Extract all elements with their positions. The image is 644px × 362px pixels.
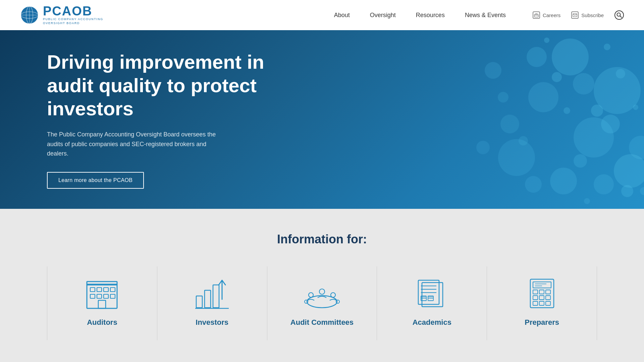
logo-subtitle: PUBLIC COMPANY ACCOUNTINGOVERSIGHT BOARD xyxy=(43,17,103,25)
logo-acronym: PCAOB xyxy=(43,5,103,17)
preparers-label: Preparers xyxy=(525,318,559,327)
subscribe-link[interactable]: Subscribe xyxy=(571,11,604,19)
svg-point-34 xyxy=(544,38,549,43)
briefcase-icon xyxy=(533,11,540,19)
hero-content: Driving improvement in audit quality to … xyxy=(47,50,288,189)
info-section-title: Information for: xyxy=(47,232,597,246)
svg-rect-50 xyxy=(98,300,106,308)
svg-rect-51 xyxy=(196,296,202,308)
info-card-academics[interactable]: Academics xyxy=(377,266,487,340)
svg-point-23 xyxy=(485,62,501,79)
careers-link[interactable]: Careers xyxy=(533,11,560,19)
svg-point-14 xyxy=(614,154,644,188)
nav-item-oversight[interactable]: Oversight xyxy=(370,12,396,19)
svg-rect-75 xyxy=(533,290,538,294)
svg-rect-76 xyxy=(539,290,544,294)
svg-point-29 xyxy=(621,185,633,197)
preparers-icon xyxy=(522,277,562,310)
svg-point-59 xyxy=(331,293,335,297)
svg-rect-53 xyxy=(213,285,219,308)
investors-icon xyxy=(192,277,232,310)
logo-container[interactable]: PCAOB PUBLIC COMPANY ACCOUNTINGOVERSIGHT… xyxy=(20,5,103,25)
nav-item-news-events[interactable]: News & Events xyxy=(465,12,506,19)
svg-point-58 xyxy=(309,293,313,297)
academics-label: Academics xyxy=(413,318,451,327)
svg-rect-48 xyxy=(104,294,108,298)
svg-point-26 xyxy=(552,72,562,82)
info-section: Information for: xyxy=(0,209,644,362)
svg-point-25 xyxy=(525,176,542,193)
svg-point-15 xyxy=(528,82,558,112)
svg-point-19 xyxy=(573,73,594,95)
audit-committees-label: Audit Committees xyxy=(290,318,354,327)
svg-point-11 xyxy=(552,39,589,75)
audit-committees-icon xyxy=(302,277,342,310)
svg-rect-77 xyxy=(546,290,550,294)
svg-point-30 xyxy=(574,154,587,168)
academics-icon xyxy=(412,277,452,310)
logo-text: PCAOB PUBLIC COMPANY ACCOUNTINGOVERSIGHT… xyxy=(43,5,103,25)
svg-rect-45 xyxy=(110,288,115,292)
svg-point-37 xyxy=(633,105,638,110)
info-card-preparers[interactable]: Preparers xyxy=(487,266,597,340)
svg-point-61 xyxy=(336,300,339,303)
svg-point-57 xyxy=(319,289,325,294)
svg-rect-42 xyxy=(90,288,95,292)
svg-rect-41 xyxy=(87,282,117,285)
auditors-icon xyxy=(82,277,122,310)
svg-point-20 xyxy=(601,115,620,133)
svg-rect-43 xyxy=(97,288,102,292)
auditors-label: Auditors xyxy=(87,318,117,327)
svg-rect-44 xyxy=(104,288,108,292)
svg-point-16 xyxy=(498,139,535,176)
svg-rect-81 xyxy=(533,301,538,305)
info-card-auditors[interactable]: Auditors xyxy=(47,266,157,340)
svg-rect-80 xyxy=(546,296,550,300)
header-actions: Careers Subscribe xyxy=(533,10,624,20)
hero-description: The Public Company Accounting Oversight … xyxy=(47,130,228,159)
subscribe-icon xyxy=(571,11,579,19)
hero-cta-button[interactable]: Learn more about the PCAOB xyxy=(47,172,144,189)
svg-point-32 xyxy=(476,141,490,154)
info-card-investors[interactable]: Investors xyxy=(157,266,267,340)
svg-rect-49 xyxy=(110,294,115,298)
svg-point-38 xyxy=(640,187,644,195)
svg-point-22 xyxy=(594,174,614,194)
svg-point-17 xyxy=(550,168,577,194)
svg-rect-79 xyxy=(539,296,544,300)
svg-point-24 xyxy=(500,115,519,133)
svg-point-18 xyxy=(527,47,547,67)
info-cards-container: Auditors Investors xyxy=(47,266,597,340)
svg-point-33 xyxy=(519,136,528,145)
site-header: PCAOB PUBLIC COMPANY ACCOUNTINGOVERSIGHT… xyxy=(0,0,644,30)
svg-rect-82 xyxy=(539,301,544,305)
svg-point-36 xyxy=(604,44,610,50)
hero-title: Driving improvement in audit quality to … xyxy=(47,50,288,120)
svg-point-28 xyxy=(616,69,625,78)
svg-point-27 xyxy=(591,105,603,117)
hero-dots-decoration xyxy=(376,30,644,209)
info-card-audit-committees[interactable]: Audit Committees xyxy=(267,266,377,340)
search-icon xyxy=(616,12,622,18)
investors-label: Investors xyxy=(196,318,228,327)
svg-point-39 xyxy=(584,198,590,204)
main-nav: About Oversight Resources News & Events xyxy=(334,12,506,19)
search-button[interactable] xyxy=(614,10,624,20)
svg-line-10 xyxy=(620,16,622,18)
svg-rect-74 xyxy=(533,282,551,288)
careers-label: Careers xyxy=(543,12,560,18)
svg-point-35 xyxy=(564,107,570,114)
logo-globe-icon xyxy=(20,6,39,24)
svg-point-31 xyxy=(498,92,508,103)
subscribe-label: Subscribe xyxy=(581,12,604,18)
svg-rect-6 xyxy=(534,14,538,17)
svg-rect-46 xyxy=(90,294,95,298)
svg-rect-52 xyxy=(205,290,211,308)
nav-item-about[interactable]: About xyxy=(334,12,350,19)
nav-item-resources[interactable]: Resources xyxy=(416,12,445,19)
hero-section: Driving improvement in audit quality to … xyxy=(0,30,644,209)
svg-rect-78 xyxy=(533,296,538,300)
svg-rect-47 xyxy=(97,294,102,298)
svg-point-60 xyxy=(305,300,308,303)
svg-rect-83 xyxy=(546,301,550,305)
